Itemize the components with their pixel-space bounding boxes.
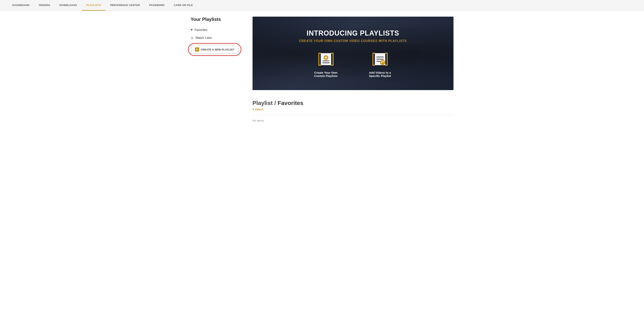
nav-dashboard[interactable]: DASHBOARD bbox=[8, 0, 34, 11]
sidebar-label-watch-later: Watch Later bbox=[196, 36, 212, 40]
nav-playlists[interactable]: PLAYLISTS bbox=[82, 0, 106, 11]
sidebar-title: Your Playlists bbox=[191, 17, 245, 22]
playlist-heading: Playlist / Favorites bbox=[252, 100, 454, 106]
banner-subtitle: CREATE YOUR OWN CUSTOM VIDEO COURSES WIT… bbox=[299, 39, 407, 43]
add-videos-icon bbox=[371, 51, 389, 68]
nav-orders[interactable]: ORDERS bbox=[34, 0, 55, 11]
sidebar: Your Playlists ♥ Favorites ⊙ Watch Later… bbox=[191, 17, 245, 122]
heart-icon: ♥ bbox=[191, 28, 193, 32]
top-nav: DASHBOARD ORDERS DOWNLOADS PLAYLISTS PRE… bbox=[0, 0, 644, 11]
main-content: INTRODUCING PLAYLISTS CREATE YOUR OWN CU… bbox=[252, 17, 454, 122]
clock-icon: ⊙ bbox=[191, 36, 194, 40]
banner-icon-add: Add Videos to a Specific Playlist bbox=[364, 51, 396, 78]
sidebar-item-watch-later[interactable]: ⊙ Watch Later bbox=[191, 34, 245, 42]
banner-icon-add-label: Add Videos to a Specific Playlist bbox=[364, 71, 396, 78]
sidebar-label-favorites: Favorites bbox=[194, 28, 207, 32]
intro-banner: INTRODUCING PLAYLISTS CREATE YOUR OWN CU… bbox=[252, 17, 454, 90]
create-playlist-wrapper: + CREATE A NEW PLAYLIST bbox=[191, 45, 239, 54]
banner-icon-create: Create Your Own Custom Playlists bbox=[310, 51, 342, 78]
nav-downloads[interactable]: DOWNLOADS bbox=[55, 0, 82, 11]
nav-password[interactable]: PASSWORD bbox=[144, 0, 169, 11]
main-layout: Your Playlists ♥ Favorites ⊙ Watch Later… bbox=[187, 11, 457, 128]
divider bbox=[252, 115, 454, 115]
no-items-text: No items bbox=[252, 119, 454, 122]
banner-content: INTRODUCING PLAYLISTS CREATE YOUR OWN CU… bbox=[295, 25, 410, 81]
banner-icons: Create Your Own Custom Playlists bbox=[299, 51, 407, 78]
plus-icon: + bbox=[195, 47, 199, 52]
playlist-section: Playlist / Favorites 0 Videos No items bbox=[252, 98, 454, 122]
playlist-count: 0 Videos bbox=[252, 108, 454, 111]
playlist-heading-prefix: Playlist / bbox=[252, 100, 278, 106]
nav-card-on-file[interactable]: CARD ON FILE bbox=[169, 0, 198, 11]
banner-title: INTRODUCING PLAYLISTS bbox=[299, 29, 407, 37]
create-playlist-label: CREATE A NEW PLAYLIST bbox=[201, 48, 234, 51]
playlist-heading-name: Favorites bbox=[278, 100, 303, 106]
create-playlist-button[interactable]: + CREATE A NEW PLAYLIST bbox=[191, 45, 239, 54]
nav-preference-center[interactable]: PREFERENCE CENTER bbox=[106, 0, 144, 11]
banner-icon-create-label: Create Your Own Custom Playlists bbox=[310, 71, 342, 78]
create-playlist-icon bbox=[317, 51, 335, 68]
svg-point-10 bbox=[380, 60, 385, 65]
sidebar-item-favorites[interactable]: ♥ Favorites bbox=[191, 26, 245, 34]
